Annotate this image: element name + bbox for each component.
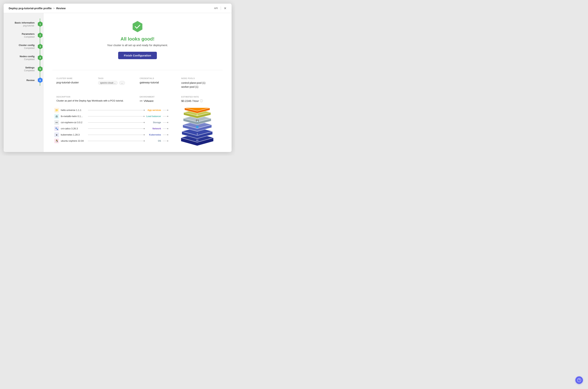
layer-load-balancer: ⚖ lb-metallb-helm 0.1... Load balancer <box>54 114 168 119</box>
node-pools-field: NODE POOLS control-plane-pool (1) worker… <box>179 76 221 91</box>
layer-connector-5 <box>88 135 145 135</box>
steps-container: Basic information pcg-tutorial- 1 Parame… <box>4 18 43 86</box>
svg-text:🗂: 🗂 <box>196 139 198 141</box>
cluster-info-grid: CLUSTER NAME pcg-tutorial-cluster TAGS s… <box>52 76 223 91</box>
estimated-rate-field: ESTIMATED RATE $0.2246 / hour i <box>179 94 221 104</box>
header: Deploy pcg-tutorial-profile profile > Re… <box>4 4 231 13</box>
layer-connector-5b <box>163 135 168 135</box>
breadcrumb-prefix: Deploy pcg-tutorial-profile profile <box>9 7 52 10</box>
environment-value: vm VMware <box>140 99 177 102</box>
step-6-badge: 6 <box>37 77 43 83</box>
app-services-type: App services <box>147 109 161 111</box>
success-subtitle: Your cluster is all set up and ready for… <box>107 44 168 47</box>
storage-type: Storage <box>147 121 161 124</box>
layer-os: 🐧 ubuntu-vsphere 22.04 OS <box>54 139 168 143</box>
tag-2: ... <box>119 81 125 85</box>
app-services-name: hello-universe 1.1.1 <box>61 109 86 111</box>
finish-configuration-button[interactable]: Finish Configuration <box>118 52 157 59</box>
sidebar-item-basic-information[interactable]: Basic information pcg-tutorial- 1 <box>4 18 43 30</box>
info-icon[interactable]: i <box>200 99 203 102</box>
main-window: Deploy pcg-tutorial-profile profile > Re… <box>4 4 231 152</box>
estimated-rate-value: $0.2246 / hour i <box>181 99 219 102</box>
header-actions: API ✕ <box>214 6 227 10</box>
sidebar-item-cluster-config[interactable]: Cluster config Completed 3 <box>4 41 43 52</box>
breadcrumb-current: Review <box>56 7 66 10</box>
storage-icon: vm <box>54 120 59 125</box>
header-title: Deploy pcg-tutorial-profile profile > Re… <box>9 7 66 10</box>
layer-connector-2b <box>163 116 168 117</box>
step-2-badge: 2 <box>37 32 43 38</box>
svg-text:🌐: 🌐 <box>196 126 199 128</box>
step-1-badge: 1 <box>37 21 43 27</box>
layer-kubernetes: ⎈ kubernetes 1.28.3 Kubernetes <box>54 132 168 137</box>
description-value: Cluster as part of the Deploy App Worklo… <box>57 99 135 102</box>
layer-connector-3 <box>88 122 145 123</box>
hex-stack-visual: 🗂 ⎈ 🌐 💾 ⚖ pcg-tutorial-profile <box>174 108 221 152</box>
description-field: DESCRIPTION Cluster as part of the Deplo… <box>54 94 137 104</box>
node-pool-2: worker-pool (1) <box>181 85 219 89</box>
os-type: OS <box>147 140 161 142</box>
node-pools-label: NODE POOLS <box>181 77 219 79</box>
sidebar: Basic information pcg-tutorial- 1 Parame… <box>4 13 43 152</box>
step-2-name: Parameters <box>4 32 34 35</box>
layer-connector-4b <box>163 129 168 129</box>
svg-text:⚖: ⚖ <box>196 114 198 116</box>
layer-network: 🐾 cni-calico 3.26.3 Network <box>54 126 168 131</box>
os-name: ubuntu-vsphere 22.04 <box>61 139 86 142</box>
layer-app-services: 📁 hello-universe 1.1.1 App services <box>54 108 168 113</box>
step-2-sub: Completed <box>4 36 34 38</box>
storage-name: csi-vsphere-csi 3.0.2 <box>61 121 86 124</box>
success-section: All looks good! Your cluster is all set … <box>52 20 223 65</box>
step-4-sub: Completed <box>4 58 34 61</box>
lb-name: lb-metallb-helm 0.1... <box>61 115 86 118</box>
step-3-badge: 3 <box>37 43 43 50</box>
sidebar-item-settings[interactable]: Settings Completed 5 <box>4 63 43 74</box>
close-button[interactable]: ✕ <box>224 6 227 10</box>
estimated-rate-label: ESTIMATED RATE <box>181 96 219 98</box>
layer-storage: vm csi-vsphere-csi 3.0.2 Storage <box>54 120 168 125</box>
tags-values: spectro-cloud-... ... <box>98 81 135 85</box>
environment-field: ENVIRONMENT vm VMware <box>137 94 179 104</box>
success-title: All looks good! <box>121 36 155 42</box>
lb-icon: ⚖ <box>54 114 59 119</box>
kubernetes-name: kubernetes 1.28.3 <box>61 133 86 136</box>
environment-label: ENVIRONMENT <box>140 96 177 98</box>
step-1-sub: pcg-tutorial- <box>4 24 34 27</box>
sidebar-item-review[interactable]: Review 6 <box>4 74 43 86</box>
svg-text:⎈: ⎈ <box>197 133 198 135</box>
step-1-name: Basic information <box>4 21 34 24</box>
layer-connector-1b <box>163 110 168 110</box>
body: Basic information pcg-tutorial- 1 Parame… <box>4 13 231 152</box>
credentials-value: gateway-tutorial <box>140 81 177 84</box>
description-label: DESCRIPTION <box>57 96 135 98</box>
step-4-badge: 4 <box>37 55 43 61</box>
layer-connector-4 <box>88 129 145 129</box>
sidebar-item-parameters[interactable]: Parameters Completed 2 <box>4 30 43 41</box>
api-button[interactable]: API <box>214 7 218 10</box>
vmware-icon: vm <box>140 100 143 102</box>
os-icon: 🐧 <box>54 139 59 143</box>
cluster-info-grid2: DESCRIPTION Cluster as part of the Deplo… <box>52 94 223 104</box>
step-6-name: Review <box>4 79 34 82</box>
stack-layers: 📁 hello-universe 1.1.1 App services ⚖ lb… <box>54 108 168 145</box>
network-name: cni-calico 3.26.3 <box>61 127 86 130</box>
stack-section: 📁 hello-universe 1.1.1 App services ⚖ lb… <box>52 108 223 152</box>
step-3-name: Cluster config <box>4 44 34 46</box>
layer-connector-3b <box>163 122 168 123</box>
step-5-sub: Completed <box>4 69 34 72</box>
layer-connector-6 <box>88 141 145 141</box>
layer-connector-2 <box>88 116 145 117</box>
app-services-icon: 📁 <box>54 108 59 113</box>
kubernetes-icon: ⎈ <box>54 132 59 137</box>
credentials-field: CREDENTIALS gateway-tutorial <box>137 76 179 91</box>
credentials-label: CREDENTIALS <box>140 77 177 79</box>
sidebar-item-nodes-config[interactable]: Nodes config Completed 4 <box>4 52 43 63</box>
step-5-name: Settings <box>4 66 34 69</box>
lb-type: Load balancer <box>146 115 161 118</box>
kubernetes-type: Kubernetes <box>147 133 161 136</box>
tags-field: TAGS spectro-cloud-... ... <box>96 76 137 91</box>
cluster-name-value: pcg-tutorial-cluster <box>57 81 94 84</box>
step-4-name: Nodes config <box>4 55 34 58</box>
network-icon: 🐾 <box>54 126 59 131</box>
main-content: All looks good! Your cluster is all set … <box>43 13 231 152</box>
